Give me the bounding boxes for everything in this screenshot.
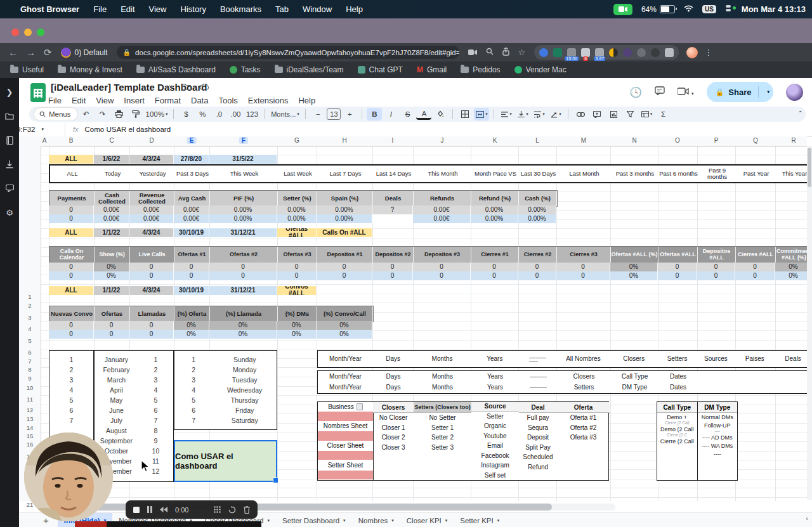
gear-icon[interactable]: ⚙ [4, 207, 15, 218]
cell[interactable]: 0% [610, 263, 658, 271]
cell[interactable]: 30/10/19 [174, 228, 209, 237]
row-header[interactable]: 14 [19, 424, 41, 432]
column-header[interactable]: P [712, 137, 721, 144]
timeframe-cell[interactable]: Month Pace VS [472, 166, 520, 182]
zoom-select[interactable]: 100%▾ [145, 108, 169, 120]
camera-permission-icon[interactable] [468, 48, 477, 57]
header-cell[interactable]: Ofertas #2 [210, 247, 278, 263]
cell[interactable]: 0 [49, 214, 94, 223]
cell[interactable]: 0 [94, 330, 129, 339]
cell[interactable]: Paises [735, 351, 775, 367]
timeframe-cell[interactable]: Past 3 Days [175, 166, 211, 182]
version-history-icon[interactable]: 🕓 [629, 86, 642, 98]
business-label[interactable]: Nombres Sheet [318, 422, 373, 431]
pink-row[interactable] [318, 431, 373, 441]
timeframe-cell[interactable]: Past Year [737, 166, 776, 182]
closers-header[interactable]: Closers [373, 402, 414, 413]
month-number-cell[interactable]: 2 [138, 365, 173, 375]
bookmark-ai-saas[interactable]: AI/SaaS Dashboard [136, 65, 216, 74]
vertical-scrollbar-thumb[interactable] [808, 148, 811, 187]
header-cell[interactable]: Llamadas [130, 306, 174, 322]
header-cell[interactable]: Ofertas #ALL [658, 247, 698, 263]
day-number-cell[interactable]: 3 [174, 375, 213, 385]
bookmark-money-invest[interactable]: Money & Invest [58, 65, 122, 74]
cell[interactable]: 0 [49, 205, 94, 214]
reload-button[interactable]: ⟳ [44, 47, 52, 58]
header-cell[interactable]: Cierres #1 [471, 247, 519, 263]
cell[interactable]: 0 [49, 263, 94, 271]
url-field[interactable]: 🔒 docs.google.com/spreadsheets/d/1iySy8N… [117, 46, 459, 59]
column-header[interactable]: I [390, 137, 396, 144]
cell[interactable]: Oferta #1 [557, 413, 610, 423]
apps-grid-icon[interactable] [214, 506, 221, 513]
cell[interactable]: Closers [557, 371, 611, 382]
header-cell[interactable]: (%) Convo/Call [317, 306, 373, 322]
cell[interactable]: 0 [317, 271, 372, 280]
insert-link-button[interactable] [573, 108, 588, 120]
cell[interactable]: 4 [49, 385, 93, 395]
cell[interactable]: Month/Year [318, 382, 373, 393]
profile-chip[interactable]: 0) Default [61, 48, 108, 58]
cell[interactable]: 0.00€ [94, 205, 129, 214]
cell[interactable]: Refund [519, 462, 557, 472]
cell[interactable]: 0.00€ [413, 214, 471, 223]
column-header[interactable]: C [107, 137, 116, 144]
notebook-icon[interactable] [4, 135, 15, 145]
cell[interactable]: 0 [413, 271, 471, 280]
folder-icon[interactable] [4, 111, 15, 121]
oferta-header[interactable]: Oferta [557, 402, 610, 413]
bookmark-vender-mac[interactable]: Vender Mac [514, 65, 566, 74]
cell[interactable]: 27/8/20 [174, 155, 209, 164]
insert-chart-button[interactable] [606, 108, 621, 120]
timeframe-cell[interactable]: Past 3 months [612, 166, 659, 182]
row-header[interactable]: 7 [19, 357, 41, 365]
cell[interactable]: ---------------- [519, 382, 557, 393]
cell[interactable]: No Closer [373, 413, 414, 423]
timeframe-cell[interactable]: Last 7 Days [318, 166, 374, 182]
month-name-cell[interactable]: March [95, 375, 138, 385]
day-number-cell[interactable]: 6 [174, 405, 213, 415]
month-name-cell[interactable]: June [95, 405, 138, 415]
header-cell[interactable]: Depositos #ALL [698, 247, 736, 263]
cell[interactable]: 3 [49, 375, 93, 385]
menu-item[interactable]: File [48, 96, 62, 105]
zoom-window-button[interactable] [37, 29, 44, 36]
row-header[interactable]: 8 [19, 365, 41, 374]
price-extension-icon[interactable]: 3.97 [595, 48, 604, 57]
collapse-toolbar-icon[interactable]: ⌃ [798, 110, 803, 117]
header-cell[interactable]: Ofertas #1 [174, 247, 210, 263]
cell[interactable]: Days [373, 351, 414, 367]
cell[interactable]: Closer 1 [373, 423, 414, 433]
month-number-cell[interactable]: 9 [138, 436, 173, 446]
vertical-align-button[interactable]: ▾ [515, 108, 530, 120]
cell[interactable]: 0 [317, 263, 372, 271]
menubar-item[interactable]: Window [303, 4, 332, 14]
menu-item[interactable]: View [96, 96, 114, 105]
column-header[interactable]: Q [750, 137, 761, 144]
day-number-cell[interactable]: 5 [174, 395, 213, 405]
cell[interactable]: 0% [174, 330, 209, 339]
sheet-tab[interactable]: Setter KPI▾ [454, 513, 506, 527]
menu-item[interactable]: Data [191, 96, 208, 105]
cell[interactable]: 0 [372, 271, 413, 280]
month-number-cell[interactable]: 6 [138, 405, 173, 415]
day-number-cell[interactable]: 2 [174, 365, 213, 375]
cell[interactable]: 0 [518, 271, 556, 280]
cell[interactable]: Closers [610, 351, 658, 367]
check-extension-icon[interactable] [623, 48, 632, 57]
cell[interactable]: Instagram [471, 460, 519, 471]
month-number-cell[interactable]: 5 [138, 395, 173, 405]
row-header[interactable]: 1 [19, 292, 41, 301]
cell[interactable]: Months [414, 351, 471, 367]
day-name-cell[interactable]: Tuesday [213, 375, 277, 385]
row-header[interactable]: 13 [19, 415, 41, 423]
stop-button[interactable] [133, 507, 140, 513]
month-number-cell[interactable]: 4 [138, 385, 173, 395]
cell[interactable]: Months [414, 382, 471, 393]
cell[interactable]: ---- [698, 450, 738, 458]
column-header[interactable]: N [629, 137, 639, 144]
cell[interactable]: Years [471, 371, 519, 382]
day-name-cell[interactable]: Thursday [213, 395, 277, 405]
cell[interactable]: Setters [557, 382, 611, 393]
menubar-item[interactable]: File [93, 4, 107, 14]
